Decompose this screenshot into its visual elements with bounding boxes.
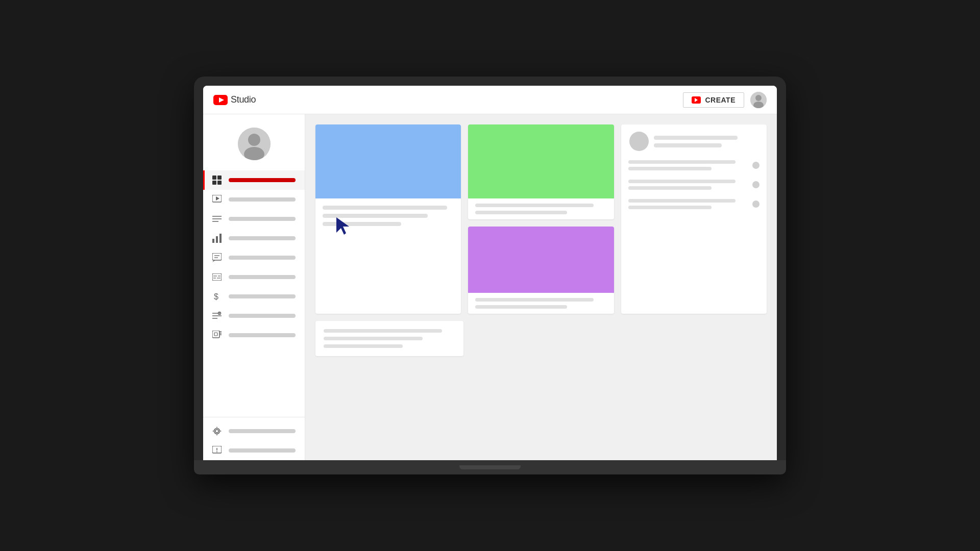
sidebar-item-feedback[interactable] — [203, 441, 305, 460]
create-label: CREATE — [705, 96, 736, 104]
laptop-frame: Studio CREATE — [194, 77, 786, 474]
create-button[interactable]: CREATE — [683, 92, 744, 108]
header-left: Studio — [213, 94, 256, 105]
sidebar-item-settings[interactable] — [203, 421, 305, 441]
playlists-label — [229, 217, 296, 221]
svg-point-3 — [755, 95, 762, 101]
settings-icon — [212, 427, 222, 436]
content-icon — [212, 195, 222, 204]
youtube-icon — [213, 95, 228, 105]
card-green-body — [468, 198, 614, 219]
sidebar-item-content[interactable] — [203, 190, 305, 209]
studio-label: Studio — [231, 94, 256, 105]
laptop-notch — [459, 465, 521, 469]
content-area — [305, 114, 777, 460]
svg-rect-18 — [216, 236, 218, 243]
playlists-icon — [212, 214, 222, 223]
svg-point-44 — [216, 452, 217, 453]
mouse-cursor — [335, 216, 351, 236]
sidebar-item-playlists[interactable] — [203, 209, 305, 229]
sidebar-bottom — [203, 417, 305, 460]
monetization-label — [229, 294, 296, 298]
settings-label — [229, 429, 296, 433]
main-content: $ — [203, 114, 777, 460]
user-icon — [750, 92, 767, 108]
sidebar-profile — [203, 119, 305, 170]
svg-rect-11 — [217, 181, 222, 185]
sidebar: $ — [203, 114, 305, 460]
app-header: Studio CREATE — [203, 86, 777, 114]
svg-point-6 — [248, 134, 260, 146]
analytics-label — [229, 236, 296, 240]
list-rows — [621, 156, 767, 222]
sidebar-item-subtitles[interactable] — [203, 267, 305, 287]
card-green — [468, 124, 614, 219]
svg-rect-17 — [212, 239, 214, 243]
purple-thumbnail — [468, 227, 614, 293]
user-avatar-button[interactable] — [750, 92, 767, 108]
sidebar-item-dashboard[interactable] — [203, 170, 305, 190]
laptop-screen: Studio CREATE — [203, 86, 777, 460]
list-row-3 — [628, 199, 760, 209]
comments-icon — [212, 253, 222, 262]
svg-rect-20 — [212, 253, 222, 260]
header-right: CREATE — [683, 92, 767, 108]
list-row-2 — [628, 180, 760, 190]
list-row-1 — [628, 160, 760, 170]
audio-icon — [212, 331, 222, 340]
blue-thumbnail — [315, 124, 461, 198]
svg-point-40 — [215, 430, 218, 433]
card-profile — [621, 124, 767, 314]
profile-row — [621, 124, 767, 156]
laptop-base — [194, 460, 786, 474]
svg-rect-9 — [217, 176, 222, 180]
subtitles-icon — [212, 272, 222, 282]
svg-rect-10 — [212, 181, 216, 185]
dashboard-label — [229, 178, 296, 182]
comments-label — [229, 256, 296, 260]
sidebar-item-audio[interactable] — [203, 325, 305, 345]
card-purple-body — [468, 293, 614, 314]
card-purple — [468, 227, 614, 314]
subtitles-label — [229, 275, 296, 279]
avatar-icon — [238, 128, 271, 160]
customization-label — [229, 314, 296, 318]
sidebar-nav: $ — [203, 170, 305, 460]
create-video-icon — [692, 96, 701, 104]
sidebar-item-comments[interactable] — [203, 248, 305, 267]
green-thumbnail — [468, 124, 614, 198]
profile-text — [654, 136, 758, 147]
feedback-icon — [212, 446, 222, 455]
sidebar-item-customization[interactable] — [203, 306, 305, 325]
customization-icon — [212, 311, 222, 320]
main-grid — [315, 124, 767, 314]
youtube-logo: Studio — [213, 94, 256, 105]
bottom-row — [315, 321, 767, 356]
youtube-studio-app: Studio CREATE — [203, 86, 777, 460]
svg-point-41 — [214, 429, 220, 434]
svg-rect-35 — [212, 331, 219, 338]
cursor-container — [335, 216, 351, 238]
svg-marker-45 — [336, 217, 349, 235]
monetization-icon: $ — [212, 292, 222, 301]
content-label — [229, 197, 296, 202]
channel-avatar[interactable] — [238, 128, 271, 160]
sidebar-item-analytics[interactable] — [203, 229, 305, 248]
feedback-label — [229, 448, 296, 453]
svg-rect-24 — [212, 273, 222, 281]
dashboard-icon — [212, 176, 222, 185]
profile-circle — [629, 132, 649, 151]
svg-text:$: $ — [214, 292, 218, 301]
analytics-icon — [212, 234, 222, 243]
svg-rect-8 — [212, 176, 216, 180]
svg-rect-19 — [219, 234, 222, 243]
svg-rect-36 — [214, 333, 217, 336]
blue-line1 — [323, 206, 447, 210]
sidebar-item-monetization[interactable]: $ — [203, 287, 305, 306]
svg-marker-13 — [216, 196, 219, 201]
card-text — [315, 321, 463, 356]
card-blue — [315, 124, 461, 314]
audio-label — [229, 333, 296, 337]
